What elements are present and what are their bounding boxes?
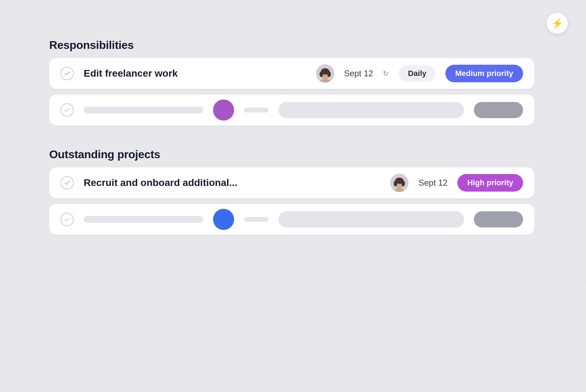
- priority-badge-2[interactable]: High priority: [457, 174, 523, 192]
- svg-point-6: [327, 71, 331, 77]
- check-icon-1: [64, 70, 71, 77]
- task-card-recruit: Recruit and onboard additional... Sept 1…: [49, 167, 534, 198]
- avatar-1: [316, 64, 334, 83]
- section-title-responsibilities: Responsibilities: [49, 39, 534, 52]
- main-container: Responsibilities Edit freelancer work: [49, 39, 534, 240]
- skeleton-check-icon-2: [64, 216, 71, 223]
- skeleton-checkbox-1: [60, 103, 74, 117]
- avatar-image-1: [316, 64, 334, 83]
- svg-point-12: [394, 181, 397, 186]
- skeleton-date-bar-1: [244, 108, 269, 113]
- svg-point-13: [401, 181, 405, 186]
- task-title-1: Edit freelancer work: [84, 68, 306, 79]
- flash-icon: ⚡: [551, 18, 564, 29]
- section-title-outstanding: Outstanding projects: [49, 148, 534, 161]
- skeleton-action-2: [474, 211, 523, 227]
- svg-point-5: [320, 71, 323, 77]
- skeleton-check-icon-1: [64, 107, 71, 114]
- skeleton-text-bar-2: [84, 216, 203, 223]
- section-responsibilities: Responsibilities Edit freelancer work: [49, 39, 534, 126]
- check-icon-2: [64, 179, 71, 186]
- skeleton-avatar-circle-2: [213, 209, 234, 230]
- skeleton-pill-1: [278, 102, 464, 118]
- task-checkbox-1[interactable]: [60, 67, 74, 80]
- tag-daily-1[interactable]: Daily: [399, 65, 436, 82]
- skeleton-text-bar-1: [84, 107, 203, 114]
- date-label-1: Sept 12: [344, 69, 373, 78]
- date-label-2: Sept 12: [418, 178, 447, 188]
- flash-button[interactable]: ⚡: [547, 13, 568, 34]
- section-outstanding-projects: Outstanding projects Recruit and onboard…: [49, 148, 534, 235]
- skeleton-pill-2: [278, 211, 464, 227]
- skeleton-card-2: [49, 204, 534, 235]
- skeleton-avatar-circle-1: [213, 99, 234, 121]
- task-card-edit-freelancer: Edit freelancer work Sept 12: [49, 58, 534, 89]
- skeleton-card-1: [49, 95, 534, 126]
- task-checkbox-2[interactable]: [60, 176, 74, 189]
- skeleton-date-bar-2: [244, 217, 269, 222]
- skeleton-action-1: [474, 102, 523, 118]
- priority-badge-1[interactable]: Medium priority: [445, 65, 523, 82]
- avatar-image-2: [390, 174, 408, 192]
- avatar-2: [390, 174, 408, 192]
- task-title-2: Recruit and onboard additional...: [84, 177, 380, 188]
- skeleton-checkbox-2: [60, 213, 74, 226]
- recur-icon-1: ↻: [383, 69, 389, 78]
